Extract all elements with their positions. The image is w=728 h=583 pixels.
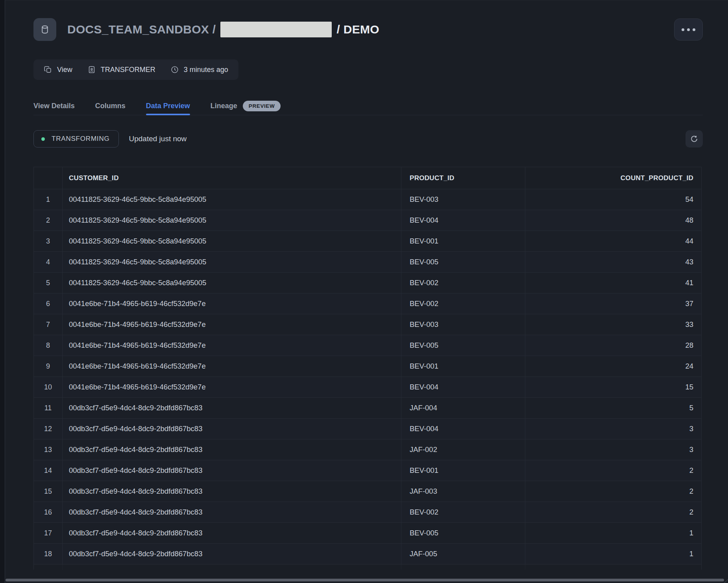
cell-customer-id: 00411825-3629-46c5-9bbc-5c8a94e95005 — [63, 231, 401, 252]
owner-role-label: TRANSFORMER — [101, 66, 155, 74]
row-number-header — [34, 167, 63, 189]
refresh-icon — [690, 135, 698, 143]
database-object-icon-box — [33, 18, 56, 41]
row-number: 14 — [34, 460, 63, 481]
table-row: 4 00411825-3629-46c5-9bbc-5c8a94e95005 B… — [34, 252, 701, 273]
cell-product-id: BEV-005 — [401, 523, 525, 544]
cell-customer-id: 00db3cf7-d5e9-4dc4-8dc9-2bdfd867bc83 — [63, 544, 401, 565]
tab-view-details[interactable]: View Details — [33, 97, 75, 115]
row-number: 9 — [34, 356, 63, 377]
cell-count: 3 — [525, 419, 701, 439]
cell-count: 54 — [525, 189, 701, 210]
cell-product-id: JAF-005 — [401, 544, 525, 565]
cell-customer-id: 00db3cf7-d5e9-4dc4-8dc9-2bdfd867bc83 — [63, 523, 401, 544]
cell-product-id: BEV-005 — [401, 335, 525, 356]
tab-lineage[interactable]: Lineage PREVIEW — [211, 97, 281, 115]
cell-customer-id: 0041e6be-71b4-4965-b619-46cf532d9e7e — [63, 335, 401, 356]
table-row: 5 00411825-3629-46c5-9bbc-5c8a94e95005 B… — [34, 273, 701, 293]
tab-label: Lineage — [211, 102, 237, 110]
cell-count: 28 — [525, 335, 701, 356]
cell-customer-id: 00db3cf7-d5e9-4dc4-8dc9-2bdfd867bc83 — [63, 460, 401, 481]
owner-role-badge: TRANSFORMER — [87, 65, 155, 74]
detail-tabs: View Details Columns Data Preview Lineag… — [33, 97, 703, 115]
cell-count: 2 — [525, 460, 701, 481]
table-row: 2 00411825-3629-46c5-9bbc-5c8a94e95005 B… — [34, 210, 701, 231]
kebab-dot — [693, 28, 695, 31]
row-number: 15 — [34, 481, 63, 502]
table-row: 18 00db3cf7-d5e9-4dc4-8dc9-2bdfd867bc83 … — [34, 544, 701, 565]
row-number: 17 — [34, 523, 63, 544]
object-details-page: DOCS_TEAM_SANDBOX / / DEMO View TRANSFOR… — [5, 0, 728, 583]
row-number: 6 — [34, 293, 63, 314]
cell-product-id: BEV-004 — [401, 210, 525, 231]
cell-product-id: BEV-003 — [401, 314, 525, 335]
object-meta-bar: View TRANSFORMER 3 minutes ago — [33, 59, 238, 80]
row-number: 12 — [34, 419, 63, 439]
role-badge-icon — [87, 65, 96, 74]
kebab-dot — [687, 28, 690, 31]
cell-count: 2 — [525, 502, 701, 523]
tab-columns[interactable]: Columns — [95, 97, 126, 115]
cell-count: 33 — [525, 314, 701, 335]
cell-customer-id: 0041e6be-71b4-4965-b619-46cf532d9e7e — [63, 314, 401, 335]
cell-product-id: BEV-002 — [401, 273, 525, 293]
cell-product-id: BEV-001 — [401, 460, 525, 481]
database-icon — [40, 24, 50, 35]
cell-count — [525, 565, 701, 570]
page-title: DOCS_TEAM_SANDBOX / / DEMO — [67, 22, 379, 37]
column-header-count-product-id[interactable]: COUNT_PRODUCT_ID — [525, 167, 701, 189]
cell-product-id: BEV-002 — [401, 502, 525, 523]
clock-icon — [170, 65, 179, 74]
cell-product-id: BEV-004 — [401, 419, 525, 439]
cell-customer-id: 00411825-3629-46c5-9bbc-5c8a94e95005 — [63, 252, 401, 273]
more-actions-button[interactable] — [674, 18, 703, 41]
cell-product-id: BEV-003 — [401, 189, 525, 210]
cell-count: 5 — [525, 398, 701, 419]
status-label: TRANSFORMING — [52, 135, 109, 143]
tab-data-preview[interactable]: Data Preview — [146, 97, 190, 115]
cell-count: 15 — [525, 377, 701, 398]
cell-product-id: BEV-001 — [401, 231, 525, 252]
table-row: 15 00db3cf7-d5e9-4dc4-8dc9-2bdfd867bc83 … — [34, 481, 701, 502]
status-dot-icon — [41, 137, 45, 141]
object-type-label: View — [57, 66, 72, 74]
table-row-partial: 00db3cf7-d5e9-4dc4-8dc9-2bdfd867bc83 — [34, 565, 701, 570]
page-title-object-name: / DEMO — [336, 23, 379, 36]
cell-product-id: JAF-004 — [401, 398, 525, 419]
cell-customer-id: 00411825-3629-46c5-9bbc-5c8a94e95005 — [63, 210, 401, 231]
table-row: 13 00db3cf7-d5e9-4dc4-8dc9-2bdfd867bc83 … — [34, 439, 701, 460]
table-row: 10 0041e6be-71b4-4965-b619-46cf532d9e7e … — [34, 377, 701, 398]
row-number: 1 — [34, 189, 63, 210]
page-header: DOCS_TEAM_SANDBOX / / DEMO — [33, 18, 703, 41]
table-row: 3 00411825-3629-46c5-9bbc-5c8a94e95005 B… — [34, 231, 701, 252]
cell-product-id: BEV-005 — [401, 252, 525, 273]
horizontal-scrollbar[interactable] — [6, 579, 724, 581]
column-header-customer-id[interactable]: CUSTOMER_ID — [63, 167, 401, 189]
kebab-dot — [682, 28, 684, 31]
row-number: 18 — [34, 544, 63, 565]
cell-customer-id: 00411825-3629-46c5-9bbc-5c8a94e95005 — [63, 189, 401, 210]
table-row: 6 0041e6be-71b4-4965-b619-46cf532d9e7e B… — [34, 293, 701, 314]
table-header-row: CUSTOMER_ID PRODUCT_ID COUNT_PRODUCT_ID — [34, 167, 701, 189]
cell-product-id: BEV-002 — [401, 293, 525, 314]
tab-label: Data Preview — [146, 102, 190, 110]
cell-customer-id: 00db3cf7-d5e9-4dc4-8dc9-2bdfd867bc83 — [63, 439, 401, 460]
tab-label: Columns — [95, 102, 126, 110]
cell-customer-id: 00411825-3629-46c5-9bbc-5c8a94e95005 — [63, 273, 401, 293]
cell-customer-id: 00db3cf7-d5e9-4dc4-8dc9-2bdfd867bc83 — [63, 481, 401, 502]
last-updated-label: 3 minutes ago — [184, 66, 228, 74]
column-header-product-id[interactable]: PRODUCT_ID — [401, 167, 525, 189]
last-updated-badge: 3 minutes ago — [170, 65, 228, 74]
table-body: 1 00411825-3629-46c5-9bbc-5c8a94e95005 B… — [34, 189, 701, 565]
cell-customer-id: 00db3cf7-d5e9-4dc4-8dc9-2bdfd867bc83 — [63, 398, 401, 419]
table-row: 12 00db3cf7-d5e9-4dc4-8dc9-2bdfd867bc83 … — [34, 419, 701, 439]
transforming-status-badge: TRANSFORMING — [33, 130, 119, 148]
cell-customer-id: 0041e6be-71b4-4965-b619-46cf532d9e7e — [63, 377, 401, 398]
cell-product-id: BEV-004 — [401, 377, 525, 398]
row-number — [34, 565, 63, 570]
object-type-badge: View — [44, 65, 72, 74]
view-layers-icon — [44, 65, 52, 74]
refresh-button[interactable] — [686, 130, 703, 148]
cell-count: 1 — [525, 523, 701, 544]
row-number: 4 — [34, 252, 63, 273]
